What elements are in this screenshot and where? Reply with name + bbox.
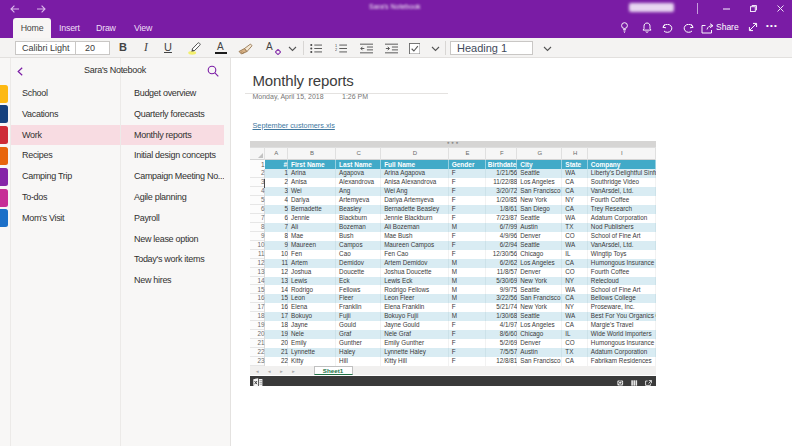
- svg-text:2: 2: [335, 47, 337, 51]
